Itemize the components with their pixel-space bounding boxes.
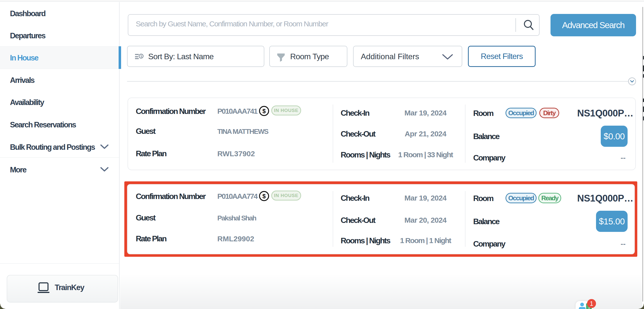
svg-text:$: $ [262,108,266,114]
svg-text:$: $ [262,193,266,199]
